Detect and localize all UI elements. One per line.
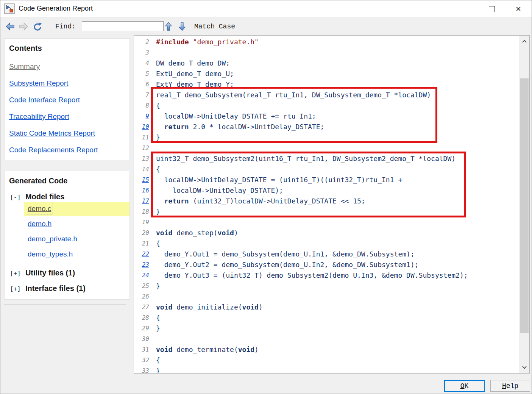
contents-panel: Contents SummarySubsystem ReportCode Int… xyxy=(4,38,130,160)
find-input[interactable] xyxy=(82,21,164,31)
titlebar: Code Generation Report ✕ xyxy=(0,0,532,17)
code-line: 7real_T demo_Subsystem(real_T rtu_In1, D… xyxy=(134,90,519,100)
code-line: 15 localDW->UnitDelay_DSTATE = (uint16_T… xyxy=(134,175,519,185)
code-line: 9 localDW->UnitDelay_DSTATE += rtu_In1; xyxy=(134,111,519,122)
close-button[interactable]: ✕ xyxy=(505,0,532,17)
code-text: } xyxy=(156,323,160,334)
code-line: 2#include "demo_private.h" xyxy=(134,37,519,47)
file-group-label: Model files xyxy=(25,192,64,201)
line-number: 31 xyxy=(134,344,149,355)
forward-button[interactable] xyxy=(19,22,28,32)
code-text: ExtU_demo_T demo_U; xyxy=(156,69,234,79)
file-link[interactable]: demo.c xyxy=(28,205,51,213)
expand-toggle-icon[interactable]: [+] xyxy=(10,270,21,277)
file-group: [+]Utility files (1) xyxy=(10,269,129,277)
footer: OK Help xyxy=(0,378,532,394)
forward-icon xyxy=(19,22,28,31)
line-number: 32 xyxy=(134,355,149,366)
code-text: } xyxy=(156,366,160,373)
chevron-up-icon xyxy=(522,40,527,43)
code-text: return 2.0 * localDW->UnitDelay_DSTATE; xyxy=(156,122,324,132)
code-line: 31void demo_terminate(void) xyxy=(134,344,519,355)
find-previous-button[interactable] xyxy=(165,22,172,33)
expand-toggle-icon[interactable]: [+] xyxy=(10,285,21,292)
line-number: 5 xyxy=(134,69,149,79)
contents-link[interactable]: Subsystem Report xyxy=(9,79,68,88)
refresh-button[interactable] xyxy=(33,22,42,33)
contents-link[interactable]: Code Interface Report xyxy=(9,96,80,104)
line-number-link[interactable]: 17 xyxy=(134,196,149,206)
code-line: 18} xyxy=(134,206,519,217)
file-group: [+]Interface files (1) xyxy=(10,284,129,293)
scrollbar-thumb[interactable] xyxy=(520,78,529,333)
code-lines: 2#include "demo_private.h"34DW_demo_T de… xyxy=(134,37,519,373)
line-number: 20 xyxy=(134,228,149,238)
vertical-scrollbar[interactable] xyxy=(519,36,529,373)
window-controls: ✕ xyxy=(452,0,532,17)
contents-link[interactable]: Traceability Report xyxy=(9,113,69,121)
line-number-link[interactable]: 24 xyxy=(134,270,149,281)
line-number-link[interactable]: 9 xyxy=(134,111,149,122)
file-link[interactable]: demo.h xyxy=(28,220,51,228)
file-group-label: Utility files (1) xyxy=(25,269,75,277)
code-line: 3 xyxy=(134,47,519,58)
find-next-button[interactable] xyxy=(178,22,186,33)
ok-button[interactable]: OK xyxy=(444,380,485,392)
line-number: 18 xyxy=(134,206,149,217)
code-line: 33} xyxy=(134,366,519,373)
file-item[interactable]: demo_private.h xyxy=(24,232,129,247)
line-number-link[interactable]: 10 xyxy=(134,122,149,132)
file-link[interactable]: demo_types.h xyxy=(28,250,73,258)
line-number-link[interactable]: 23 xyxy=(134,260,149,270)
code-text: localDW->UnitDelay_DSTATE = (uint16_T)((… xyxy=(156,175,402,185)
code-line: 5ExtU_demo_T demo_U; xyxy=(134,69,519,79)
code-generation-report-window: Code Generation Report ✕ Find: xyxy=(0,0,532,394)
file-item[interactable]: demo_types.h xyxy=(24,247,129,262)
file-item[interactable]: demo.h xyxy=(24,217,129,231)
code-line: 22 demo_Y.Out1 = demo_Subsystem(demo_U.I… xyxy=(134,249,519,260)
maximize-icon xyxy=(489,6,495,12)
code-line: 14{ xyxy=(134,164,519,175)
code-line: 8{ xyxy=(134,100,519,111)
code-text: uint32_T demo_Subsystem2(uint16_T rtu_In… xyxy=(156,153,456,164)
contents-link[interactable]: Code Replacements Report xyxy=(9,146,98,154)
line-number: 19 xyxy=(134,217,149,228)
file-link[interactable]: demo_private.h xyxy=(28,235,77,243)
code-text: } xyxy=(156,206,160,217)
code-line: 6ExtY_demo_T demo_Y; xyxy=(134,79,519,90)
collapse-toggle-icon[interactable]: [-] xyxy=(10,194,21,201)
code-line: 21{ xyxy=(134,238,519,249)
back-button[interactable] xyxy=(6,22,15,32)
maximize-button[interactable] xyxy=(479,0,505,17)
code-line: 19 xyxy=(134,217,519,228)
line-number-link[interactable]: 22 xyxy=(134,249,149,260)
code-text: ExtY_demo_T demo_Y; xyxy=(156,79,234,90)
match-case-toggle[interactable]: Match Case xyxy=(194,23,235,30)
app-icon xyxy=(4,3,15,14)
line-number: 28 xyxy=(134,313,149,323)
line-number: 14 xyxy=(134,164,149,175)
find-next-icon xyxy=(178,22,186,31)
code-text: void demo_initialize(void) xyxy=(156,302,263,313)
code-text: void demo_step(void) xyxy=(156,228,238,238)
contents-link[interactable]: Summary xyxy=(9,63,40,71)
scroll-up-button[interactable] xyxy=(519,36,529,46)
sidebar-divider xyxy=(4,305,126,305)
line-number: 11 xyxy=(134,132,149,143)
contents-link[interactable]: Static Code Metrics Report xyxy=(9,129,95,138)
file-item[interactable]: demo.c xyxy=(24,202,129,216)
code-line: 13uint32_T demo_Subsystem2(uint16_T rtu_… xyxy=(134,153,519,164)
code-line: 16 localDW->UnitDelay_DSTATE); xyxy=(134,185,519,196)
code-line: 27void demo_initialize(void) xyxy=(134,302,519,313)
line-number: 6 xyxy=(134,79,149,90)
code-line: 26 xyxy=(134,291,519,302)
line-number-link[interactable]: 15 xyxy=(134,175,149,185)
line-number-link[interactable]: 16 xyxy=(134,185,149,196)
file-group: [-]Model files xyxy=(10,192,129,201)
generated-code-heading: Generated Code xyxy=(5,171,129,186)
chevron-down-icon xyxy=(522,366,527,369)
sidebar-divider xyxy=(4,166,126,166)
scroll-down-button[interactable] xyxy=(519,363,529,372)
minimize-button[interactable] xyxy=(452,0,479,17)
help-button[interactable]: Help xyxy=(490,380,530,392)
